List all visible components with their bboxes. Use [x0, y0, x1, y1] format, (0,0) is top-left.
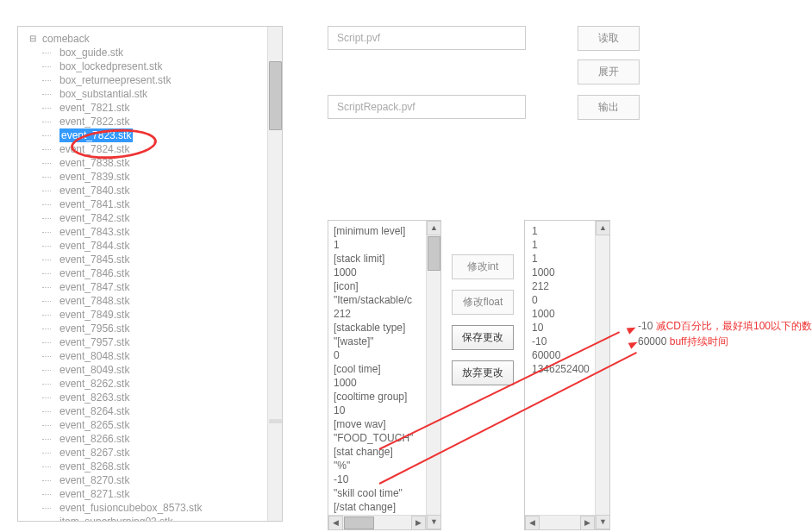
value-line[interactable]: 60000 [532, 348, 603, 362]
property-line[interactable]: "Item/stackable/c [334, 293, 435, 307]
tree-item[interactable]: event_7844.stk [59, 239, 282, 253]
tree-vertical-scrollbar[interactable] [267, 27, 282, 521]
value-line[interactable]: 1000 [532, 307, 603, 321]
property-list-hscroll[interactable]: ◀ ▶ [328, 515, 426, 529]
value-line[interactable]: 0 [532, 293, 603, 307]
tree-item[interactable]: event_7956.stk [59, 322, 282, 335]
discard-change-button[interactable]: 放弃更改 [452, 360, 514, 385]
tree-item[interactable]: event_8270.stk [59, 473, 282, 487]
value-list-vscroll[interactable]: ▲ ▼ [595, 221, 609, 529]
property-list-vthumb[interactable] [428, 236, 440, 271]
tree-scrollbar-thumb[interactable] [269, 61, 282, 130]
tree-item[interactable]: event_8268.stk [59, 460, 282, 473]
right-controls-area: Script.pvf 读取 展开 ScriptRepack.pvf 输出 [mi… [328, 26, 793, 130]
tree-item[interactable]: event_7842.stk [59, 211, 282, 225]
tree-item[interactable]: event_7849.stk [59, 308, 282, 322]
property-line[interactable]: "FOOD_TOUCH" [334, 431, 435, 445]
value-line[interactable]: 1 [532, 238, 603, 252]
tree-item[interactable]: event_7843.stk [59, 225, 282, 239]
script-repack-input[interactable]: ScriptRepack.pvf [328, 95, 526, 119]
value-line[interactable]: 1000 [532, 266, 603, 279]
file-tree-panel: comeback box_guide.stkbox_lockedpresent.… [17, 26, 283, 522]
tree-item[interactable]: event_7839.stk [59, 170, 282, 184]
tree-item[interactable]: event_7824.stk [59, 142, 282, 156]
modify-int-button[interactable]: 修改int [452, 254, 514, 279]
scroll-right-icon[interactable]: ▶ [580, 516, 595, 530]
tree-folder-comeback[interactable]: comeback [42, 32, 282, 46]
property-list-panel[interactable]: [minimum level]1[stack limit]1000[icon]"… [328, 220, 441, 530]
property-line[interactable]: "[waste]" [334, 335, 435, 348]
property-line[interactable]: [stackable type] [334, 321, 435, 335]
read-button[interactable]: 读取 [578, 26, 640, 51]
tree-item[interactable]: event_7821.stk [59, 101, 282, 115]
annotation-buff-duration: 60000 buff持续时间 [638, 335, 728, 349]
property-line[interactable]: 10 [334, 404, 435, 417]
value-list-hscroll[interactable]: ◀ ▶ [525, 515, 595, 529]
scroll-down-icon[interactable]: ▼ [596, 515, 610, 529]
property-line[interactable]: [stack limit] [334, 252, 435, 266]
scroll-up-icon[interactable]: ▲ [427, 221, 441, 235]
save-change-button[interactable]: 保存更改 [452, 325, 514, 350]
tree-item[interactable]: item_superburning03.stk [59, 515, 282, 522]
tree-item[interactable]: event_8271.stk [59, 487, 282, 501]
property-line[interactable]: 1000 [334, 266, 435, 279]
property-line[interactable]: [cool time] [334, 362, 435, 376]
tree-item[interactable]: event_8049.stk [59, 363, 282, 377]
tree-item[interactable]: event_8264.stk [59, 404, 282, 418]
tree-item[interactable]: event_8267.stk [59, 446, 282, 460]
property-line[interactable]: [cooltime group] [334, 390, 435, 404]
tree-item[interactable]: event_8266.stk [59, 432, 282, 446]
value-line[interactable]: 212 [532, 279, 603, 293]
tree-item[interactable]: event_8263.stk [59, 391, 282, 404]
tree-item[interactable]: box_substantial.stk [59, 87, 282, 101]
value-list-panel[interactable]: 11110002120100010-10600001346252400 ▲ ▼ … [524, 220, 610, 530]
tree-item[interactable]: event_8048.stk [59, 349, 282, 363]
tree-item[interactable]: event_7841.stk [59, 197, 282, 211]
tree-item[interactable]: event_7847.stk [59, 280, 282, 294]
tree-item[interactable]: event_8265.stk [59, 418, 282, 432]
tree-item[interactable]: event_7845.stk [59, 253, 282, 266]
property-line[interactable]: [icon] [334, 279, 435, 293]
property-line[interactable]: 212 [334, 307, 435, 321]
value-line[interactable]: 1 [532, 252, 603, 266]
arrow-head-1 [627, 324, 637, 335]
tree-scrollbar-mark [269, 419, 282, 423]
scroll-right-icon[interactable]: ▶ [411, 516, 426, 530]
tree-item[interactable]: event_fusioncubebox_8573.stk [59, 501, 282, 515]
tree-item[interactable]: event_7838.stk [59, 156, 282, 170]
expand-button[interactable]: 展开 [578, 59, 640, 84]
property-line[interactable]: [/stat change] [334, 500, 435, 514]
property-list-vscroll[interactable]: ▲ ▼ [426, 221, 440, 529]
tree-item[interactable]: event_7840.stk [59, 184, 282, 197]
tree-item[interactable]: box_lockedpresent.stk [59, 59, 282, 73]
property-line[interactable]: "skill cool time" [334, 486, 435, 500]
modify-float-button[interactable]: 修改float [452, 290, 514, 315]
output-button[interactable]: 输出 [578, 95, 640, 120]
property-list-hthumb[interactable] [344, 516, 374, 529]
property-line[interactable]: 1 [334, 238, 435, 252]
property-line[interactable]: 0 [334, 348, 435, 362]
tree-item[interactable]: event_7848.stk [59, 294, 282, 308]
tree-item[interactable]: event_7846.stk [59, 266, 282, 280]
value-line[interactable]: 1 [532, 224, 603, 238]
edit-button-column: 修改int 修改float 保存更改 放弃更改 [452, 220, 514, 530]
value-line[interactable]: 10 [532, 321, 603, 335]
script-pvf-input[interactable]: Script.pvf [328, 26, 526, 50]
tree-item[interactable]: event_8262.stk [59, 377, 282, 391]
scroll-up-icon[interactable]: ▲ [596, 221, 610, 235]
tree-item[interactable]: event_7822.stk [59, 115, 282, 128]
property-line[interactable]: [minimum level] [334, 224, 435, 238]
tree-item[interactable]: event_7957.stk [59, 335, 282, 349]
tree-item[interactable]: event_7823.stk [59, 128, 133, 142]
scroll-left-icon[interactable]: ◀ [328, 516, 343, 530]
tree-item[interactable]: box_returneepresent.stk [59, 73, 282, 87]
annotation-cd-percent: -10 减CD百分比，最好填100以下的数值 [638, 319, 812, 334]
scroll-left-icon[interactable]: ◀ [525, 516, 540, 530]
scroll-down-icon[interactable]: ▼ [427, 515, 441, 529]
tree-content: comeback box_guide.stkbox_lockedpresent.… [18, 27, 282, 522]
property-line[interactable]: 1000 [334, 376, 435, 390]
tree-item[interactable]: box_guide.stk [59, 46, 282, 59]
